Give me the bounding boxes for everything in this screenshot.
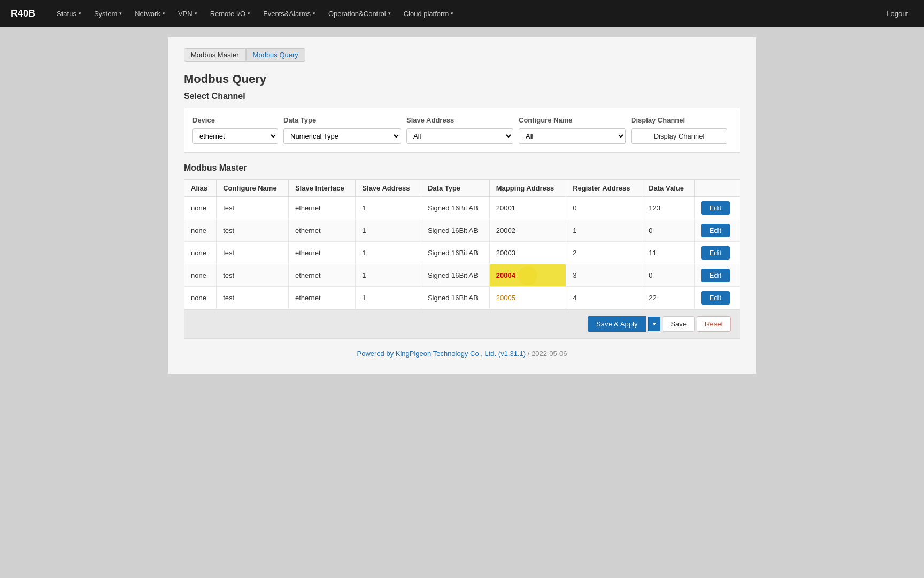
table-row: none test ethernet 1 Signed 16Bit AB 200…	[184, 219, 740, 242]
select-channel-title: Select Channel	[184, 92, 740, 101]
nav-operation-control[interactable]: Operation&Control ▾	[323, 6, 396, 21]
cell-data-type: Signed 16Bit AB	[421, 219, 489, 242]
cell-configure-name: test	[217, 219, 289, 242]
cell-alias: none	[184, 197, 217, 219]
col-data-value: Data Value	[642, 180, 694, 197]
nav-operation-control-caret: ▾	[388, 11, 391, 16]
dropdown-caret-icon: ▾	[653, 321, 656, 327]
nav-logout[interactable]: Logout	[881, 6, 913, 21]
edit-button[interactable]: Edit	[701, 269, 730, 282]
edit-button[interactable]: Edit	[701, 201, 730, 215]
nav-operation-control-label: Operation&Control	[328, 10, 386, 18]
device-select[interactable]: ethernet	[192, 128, 278, 144]
cell-register-address: 4	[566, 287, 642, 309]
cell-data-value: 0	[642, 219, 694, 242]
cell-configure-name: test	[217, 197, 289, 219]
cell-configure-name: test	[217, 287, 289, 309]
breadcrumb-modbus-master[interactable]: Modbus Master	[184, 48, 246, 62]
brand-logo[interactable]: R40B	[11, 8, 35, 19]
filter-section: Device Data Type Slave Address Configure…	[184, 108, 740, 153]
save-apply-dropdown-button[interactable]: ▾	[648, 317, 660, 331]
col-register-address: Register Address	[566, 180, 642, 197]
nav-status[interactable]: Status ▾	[51, 6, 87, 21]
cell-configure-name: test	[217, 242, 289, 264]
col-actions	[694, 180, 740, 197]
device-header: Device	[192, 116, 278, 124]
slave-address-select[interactable]: All	[406, 128, 513, 144]
edit-button[interactable]: Edit	[701, 291, 730, 305]
cell-data-value: 11	[642, 242, 694, 264]
footer-link[interactable]: Powered by KingPigeon Technology Co., Lt…	[357, 349, 526, 358]
cell-mapping-address: 20003	[489, 242, 566, 264]
table-row: none test ethernet 1 Signed 16Bit AB 200…	[184, 287, 740, 309]
edit-button[interactable]: Edit	[701, 246, 730, 260]
nav-remote-io[interactable]: Remote I/O ▾	[205, 6, 256, 21]
cell-data-value: 22	[642, 287, 694, 309]
configure-name-header: Configure Name	[519, 116, 626, 124]
cell-alias: none	[184, 242, 217, 264]
table-header: Alias Configure Name Slave Interface Sla…	[184, 180, 740, 197]
content-wrapper: Modbus Master Modbus Query Modbus Query …	[168, 37, 756, 374]
breadcrumb: Modbus Master Modbus Query	[184, 48, 740, 62]
cell-register-address: 3	[566, 264, 642, 287]
cell-slave-address: 1	[356, 242, 421, 264]
cell-edit: Edit	[694, 197, 740, 219]
datatype-select[interactable]: Numerical Type	[283, 128, 401, 144]
cell-data-type: Signed 16Bit AB	[421, 264, 489, 287]
edit-button[interactable]: Edit	[701, 224, 730, 237]
nav-events-alarms-caret: ▾	[313, 11, 315, 16]
cell-mapping-address: 20005	[489, 287, 566, 309]
cell-data-type: Signed 16Bit AB	[421, 287, 489, 309]
nav-status-caret: ▾	[79, 11, 81, 16]
configure-name-select[interactable]: All	[519, 128, 626, 144]
cell-slave-interface: ethernet	[288, 219, 355, 242]
cell-configure-name: test	[217, 264, 289, 287]
col-mapping-address: Mapping Address	[489, 180, 566, 197]
nav-network[interactable]: Network ▾	[129, 6, 171, 21]
cell-mapping-address: 20001	[489, 197, 566, 219]
col-data-type: Data Type	[421, 180, 489, 197]
save-button[interactable]: Save	[663, 316, 695, 332]
nav-cloud-platform-label: Cloud platform	[404, 10, 449, 18]
nav-system[interactable]: System ▾	[89, 6, 127, 21]
cell-register-address: 0	[566, 197, 642, 219]
cell-slave-address: 1	[356, 197, 421, 219]
footer: Powered by KingPigeon Technology Co., Lt…	[184, 349, 740, 358]
nav-cloud-platform[interactable]: Cloud platform ▾	[398, 6, 459, 21]
display-channel-header: Display Channel	[631, 116, 727, 124]
nav-remote-io-caret: ▾	[248, 11, 250, 16]
filter-header: Device Data Type Slave Address Configure…	[192, 116, 732, 124]
display-channel-button[interactable]: Display Channel	[631, 128, 727, 144]
cell-data-type: Signed 16Bit AB	[421, 242, 489, 264]
navbar: R40B Status ▾ System ▾ Network ▾ VPN ▾ R…	[0, 0, 924, 27]
nav-network-caret: ▾	[163, 11, 165, 16]
cell-edit: Edit	[694, 242, 740, 264]
modbus-master-title: Modbus Master	[184, 163, 740, 173]
cell-slave-address: 1	[356, 219, 421, 242]
cell-edit: Edit	[694, 264, 740, 287]
filter-controls: ethernet Numerical Type All All Display …	[192, 128, 732, 144]
table-row: none test ethernet 1 Signed 16Bit AB 200…	[184, 264, 740, 287]
breadcrumb-modbus-query[interactable]: Modbus Query	[246, 48, 305, 62]
nav-cloud-platform-caret: ▾	[451, 11, 453, 16]
col-slave-interface: Slave Interface	[288, 180, 355, 197]
save-apply-button[interactable]: Save & Apply	[588, 316, 646, 332]
cell-slave-address: 1	[356, 287, 421, 309]
table-row: none test ethernet 1 Signed 16Bit AB 200…	[184, 197, 740, 219]
cell-mapping-address: 20004	[489, 264, 566, 287]
nav-events-alarms[interactable]: Events&Alarms ▾	[258, 6, 321, 21]
page-title: Modbus Query	[184, 72, 740, 86]
cell-edit: Edit	[694, 287, 740, 309]
cell-mapping-address: 20002	[489, 219, 566, 242]
cell-slave-address: 1	[356, 264, 421, 287]
nav-vpn-label: VPN	[178, 10, 192, 18]
reset-button[interactable]: Reset	[697, 316, 731, 332]
nav-vpn[interactable]: VPN ▾	[173, 6, 203, 21]
col-alias: Alias	[184, 180, 217, 197]
footer-version-date: / 2022-05-06	[528, 349, 567, 358]
slave-address-header: Slave Address	[406, 116, 513, 124]
cell-slave-interface: ethernet	[288, 287, 355, 309]
table-row: none test ethernet 1 Signed 16Bit AB 200…	[184, 242, 740, 264]
col-configure-name: Configure Name	[217, 180, 289, 197]
nav-status-label: Status	[57, 10, 76, 18]
